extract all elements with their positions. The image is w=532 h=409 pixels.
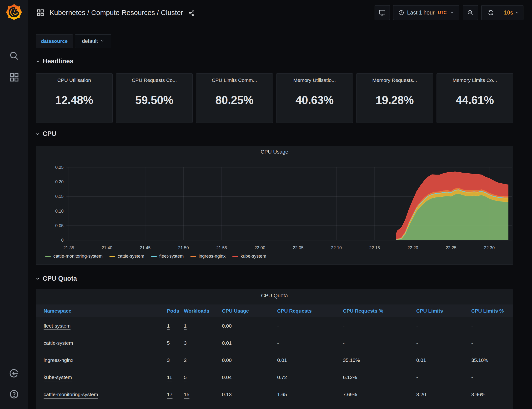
pods-cell[interactable]: 3: [167, 357, 184, 363]
section-cpu-title: CPU: [43, 130, 56, 138]
chevron-down-icon: [36, 59, 40, 63]
stat-panel: CPU Limits Comm... 80.25%: [196, 73, 273, 123]
legend-color-dash: [151, 256, 157, 257]
cpu-usage-cell: 0.00: [222, 323, 277, 329]
x-axis-tick-label: 22:25: [446, 245, 457, 250]
datasource-variable-label: datasource: [36, 34, 73, 48]
sign-out-icon[interactable]: [9, 368, 19, 379]
legend-label: kube-system: [241, 253, 266, 259]
header-toolbar: Last 1 hour UTC: [374, 5, 523, 20]
x-axis-tick-label: 21:50: [178, 245, 189, 250]
column-header-cpu-limits[interactable]: CPU Limits: [416, 308, 471, 314]
zoom-out-button[interactable]: [463, 5, 478, 20]
table-row: cattle-monitoring-system17150.131.657.69…: [36, 386, 513, 403]
cpu-limits-cell: 0.01: [416, 357, 471, 363]
namespace-cell[interactable]: fleet-system: [44, 323, 167, 329]
namespace-cell[interactable]: cattle-system: [44, 340, 167, 346]
pods-cell[interactable]: 5: [167, 340, 184, 346]
y-axis-tick-label: 0.25: [55, 165, 64, 170]
pods-cell[interactable]: 1: [167, 323, 184, 329]
x-axis-tick-label: 22:05: [293, 245, 303, 250]
stat-panel: CPU Requests Co... 59.50%: [116, 73, 193, 123]
column-header-cpu-usage[interactable]: CPU Usage: [222, 308, 277, 314]
x-axis-tick-label: 22:00: [255, 245, 265, 250]
cpu-usage-chart[interactable]: 00.050.100.150.200.2521:3521:4021:4521:5…: [36, 146, 513, 265]
help-icon[interactable]: [9, 389, 19, 400]
cpu-usage-cell: 0.00: [222, 357, 277, 363]
y-axis-tick-label: 0.20: [55, 179, 64, 184]
namespace-cell[interactable]: cattle-monitoring-system: [44, 392, 167, 397]
chevron-down-icon: [515, 10, 519, 15]
chevron-down-icon: [100, 38, 104, 44]
stat-value: 19.28%: [356, 93, 433, 107]
column-header-pods[interactable]: Pods: [167, 308, 184, 314]
section-cpu-quota[interactable]: CPU Quota: [36, 275, 77, 282]
column-header-cpu-requests-[interactable]: CPU Requests %: [343, 308, 416, 314]
column-header-cpu-limits-[interactable]: CPU Limits %: [471, 308, 513, 314]
stat-value: 40.63%: [277, 93, 353, 107]
cpu-limits-cell: -: [416, 340, 471, 346]
headline-stats-row: CPU Utilisation 12.48%CPU Requests Co...…: [36, 73, 513, 123]
column-header-namespace[interactable]: Namespace: [44, 308, 167, 314]
refresh-button[interactable]: [482, 5, 500, 20]
column-header-cpu-requests[interactable]: CPU Requests: [277, 308, 343, 314]
share-icon[interactable]: [188, 10, 195, 16]
datasource-variable-dropdown[interactable]: default: [75, 34, 111, 48]
namespace-cell[interactable]: ingress-nginx: [44, 357, 167, 363]
chevron-down-icon: [36, 277, 40, 281]
time-range-picker[interactable]: Last 1 hour UTC: [393, 5, 459, 20]
legend-item-fleet-system[interactable]: fleet-system: [151, 253, 184, 259]
y-axis-tick-label: 0: [61, 238, 64, 242]
cpu-requests-pct-cell: 6.12%: [343, 374, 416, 380]
stat-panel: Memory Utilisatio... 40.63%: [276, 73, 353, 123]
cpu-limits-pct-cell: -: [471, 323, 513, 329]
legend-item-kube-system[interactable]: kube-system: [232, 253, 266, 259]
workloads-cell[interactable]: 15: [184, 392, 222, 397]
legend-item-ingress-nginx[interactable]: ingress-nginx: [190, 253, 225, 259]
workloads-cell[interactable]: 5: [184, 374, 222, 380]
refresh-icon: [487, 9, 494, 16]
monitor-icon: [379, 9, 386, 16]
refresh-interval-dropdown[interactable]: 10s: [500, 5, 523, 20]
cpu-limits-pct-cell: -: [471, 374, 513, 380]
chevron-down-icon: [36, 132, 40, 136]
section-headlines[interactable]: Headlines: [36, 58, 73, 65]
pods-cell[interactable]: 17: [167, 392, 184, 397]
workloads-cell[interactable]: 1: [184, 323, 222, 329]
grafana-logo-icon[interactable]: [5, 3, 23, 21]
section-headlines-title: Headlines: [43, 58, 73, 65]
dashboard-grid-icon[interactable]: [36, 9, 44, 17]
cycle-view-button[interactable]: [374, 5, 390, 20]
section-cpu[interactable]: CPU: [36, 130, 56, 138]
x-axis-tick-label: 21:55: [216, 245, 227, 250]
stat-panel: Memory Limits Co... 44.61%: [437, 73, 513, 123]
dashboard-header: Kubernetes / Compute Resources / Cluster: [36, 9, 195, 17]
cpu-limits-cell: -: [416, 374, 471, 380]
cpu-requests-cell: 0.72: [277, 374, 343, 380]
stat-title: Memory Utilisatio...: [277, 74, 353, 83]
cpu-usage-cell: 0.13: [222, 392, 277, 397]
stat-title: CPU Limits Comm...: [196, 74, 273, 83]
timezone-label: UTC: [438, 10, 447, 15]
cpu-limits-pct-cell: -: [471, 340, 513, 346]
x-axis-tick-label: 22:30: [484, 245, 495, 250]
legend-color-dash: [232, 256, 238, 257]
namespace-cell[interactable]: kube-system: [44, 374, 167, 380]
y-axis-tick-label: 0.15: [55, 194, 64, 199]
cpu-usage-cell: 0.04: [222, 374, 277, 380]
table-row: cattle-system530.01----: [36, 335, 513, 352]
legend-item-cattle-monitoring-system[interactable]: cattle-monitoring-system: [45, 253, 103, 259]
table-row: ingress-nginx320.000.0135.10%0.0135.10%: [36, 352, 513, 369]
dashboards-icon[interactable]: [9, 72, 19, 82]
workloads-cell[interactable]: 2: [184, 357, 222, 363]
column-header-workloads[interactable]: Workloads: [184, 308, 222, 314]
chart-legend: cattle-monitoring-system cattle-system f…: [45, 253, 266, 259]
stat-title: Memory Limits Co...: [437, 74, 513, 83]
stat-title: Memory Requests...: [356, 74, 433, 83]
workloads-cell[interactable]: 3: [184, 340, 222, 346]
x-axis-tick-label: 22:15: [369, 245, 380, 250]
stat-value: 59.50%: [116, 93, 193, 107]
search-icon[interactable]: [9, 50, 19, 61]
pods-cell[interactable]: 11: [167, 374, 184, 380]
legend-item-cattle-system[interactable]: cattle-system: [109, 253, 144, 259]
